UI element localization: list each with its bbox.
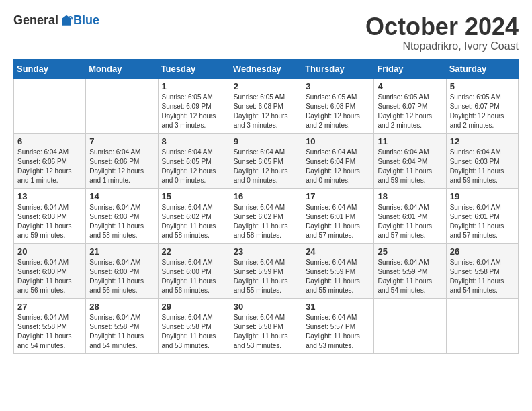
day-number: 20 [17, 246, 82, 257]
calendar-day-cell: 18Sunrise: 6:04 AM Sunset: 6:01 PM Dayli… [374, 188, 446, 243]
logo-general-text: General [13, 13, 58, 28]
day-number: 15 [162, 191, 226, 201]
day-info: Sunrise: 6:04 AM Sunset: 6:06 PM Dayligh… [89, 148, 154, 185]
calendar-day-cell: 17Sunrise: 6:04 AM Sunset: 6:01 PM Dayli… [302, 188, 374, 243]
day-info: Sunrise: 6:04 AM Sunset: 5:59 PM Dayligh… [306, 258, 370, 295]
day-info: Sunrise: 6:04 AM Sunset: 5:58 PM Dayligh… [17, 313, 82, 351]
day-info: Sunrise: 6:04 AM Sunset: 5:58 PM Dayligh… [234, 313, 298, 351]
calendar-table: SundayMondayTuesdayWednesdayThursdayFrid… [13, 59, 519, 354]
calendar-week-row: 13Sunrise: 6:04 AM Sunset: 6:03 PM Dayli… [14, 188, 519, 243]
day-info: Sunrise: 6:04 AM Sunset: 6:00 PM Dayligh… [162, 258, 226, 295]
day-number: 12 [450, 136, 515, 146]
calendar-day-cell: 16Sunrise: 6:04 AM Sunset: 6:02 PM Dayli… [230, 188, 302, 243]
weekday-header: Friday [374, 59, 446, 78]
day-number: 13 [17, 191, 82, 201]
calendar-week-row: 6Sunrise: 6:04 AM Sunset: 6:06 PM Daylig… [14, 133, 519, 188]
calendar-day-cell: 6Sunrise: 6:04 AM Sunset: 6:06 PM Daylig… [14, 133, 86, 188]
logo-icon [60, 14, 73, 28]
day-number: 26 [450, 246, 515, 257]
calendar-day-cell: 22Sunrise: 6:04 AM Sunset: 6:00 PM Dayli… [158, 243, 230, 298]
day-number: 11 [378, 136, 442, 146]
day-info: Sunrise: 6:04 AM Sunset: 6:01 PM Dayligh… [378, 203, 442, 240]
calendar-day-cell: 1Sunrise: 6:05 AM Sunset: 6:09 PM Daylig… [158, 78, 230, 133]
day-number: 24 [306, 246, 370, 257]
calendar-day-cell: 3Sunrise: 6:05 AM Sunset: 6:08 PM Daylig… [302, 78, 374, 133]
title-block: October 2024 Ntopadrikro, Ivory Coast [365, 13, 519, 52]
weekday-header: Tuesday [158, 59, 230, 78]
day-number: 6 [17, 136, 82, 146]
day-number: 29 [162, 302, 226, 312]
calendar-day-cell [446, 298, 518, 353]
calendar-week-row: 27Sunrise: 6:04 AM Sunset: 5:58 PM Dayli… [14, 298, 519, 353]
calendar-day-cell [374, 298, 446, 353]
calendar-day-cell [86, 78, 158, 133]
calendar-day-cell: 21Sunrise: 6:04 AM Sunset: 6:00 PM Dayli… [86, 243, 158, 298]
day-number: 8 [162, 136, 226, 146]
calendar-day-cell: 14Sunrise: 6:04 AM Sunset: 6:03 PM Dayli… [86, 188, 158, 243]
day-info: Sunrise: 6:05 AM Sunset: 6:07 PM Dayligh… [450, 93, 515, 130]
day-info: Sunrise: 6:04 AM Sunset: 6:04 PM Dayligh… [378, 148, 442, 185]
day-number: 1 [162, 81, 226, 91]
day-info: Sunrise: 6:04 AM Sunset: 5:58 PM Dayligh… [450, 258, 515, 295]
day-info: Sunrise: 6:04 AM Sunset: 6:01 PM Dayligh… [450, 203, 515, 240]
calendar-header-row: SundayMondayTuesdayWednesdayThursdayFrid… [14, 59, 519, 78]
calendar-day-cell: 11Sunrise: 6:04 AM Sunset: 6:04 PM Dayli… [374, 133, 446, 188]
day-number: 21 [89, 246, 154, 257]
day-number: 30 [234, 302, 298, 312]
day-number: 27 [17, 302, 82, 312]
day-info: Sunrise: 6:05 AM Sunset: 6:07 PM Dayligh… [378, 93, 442, 130]
day-info: Sunrise: 6:04 AM Sunset: 6:00 PM Dayligh… [17, 258, 82, 295]
day-info: Sunrise: 6:04 AM Sunset: 5:59 PM Dayligh… [234, 258, 298, 295]
calendar-day-cell [14, 78, 86, 133]
calendar-week-row: 1Sunrise: 6:05 AM Sunset: 6:09 PM Daylig… [14, 78, 519, 133]
day-info: Sunrise: 6:04 AM Sunset: 5:57 PM Dayligh… [306, 313, 370, 351]
day-number: 7 [89, 136, 154, 146]
calendar-day-cell: 24Sunrise: 6:04 AM Sunset: 5:59 PM Dayli… [302, 243, 374, 298]
day-number: 14 [89, 191, 154, 201]
calendar-day-cell: 27Sunrise: 6:04 AM Sunset: 5:58 PM Dayli… [14, 298, 86, 353]
calendar-day-cell: 26Sunrise: 6:04 AM Sunset: 5:58 PM Dayli… [446, 243, 518, 298]
calendar-day-cell: 8Sunrise: 6:04 AM Sunset: 6:05 PM Daylig… [158, 133, 230, 188]
day-info: Sunrise: 6:04 AM Sunset: 5:59 PM Dayligh… [378, 258, 442, 295]
day-info: Sunrise: 6:04 AM Sunset: 6:03 PM Dayligh… [89, 203, 154, 240]
day-info: Sunrise: 6:05 AM Sunset: 6:09 PM Dayligh… [162, 93, 226, 130]
calendar-day-cell: 15Sunrise: 6:04 AM Sunset: 6:02 PM Dayli… [158, 188, 230, 243]
day-info: Sunrise: 6:04 AM Sunset: 6:00 PM Dayligh… [89, 258, 154, 295]
weekday-header: Thursday [302, 59, 374, 78]
weekday-header: Saturday [446, 59, 518, 78]
weekday-header: Wednesday [230, 59, 302, 78]
day-info: Sunrise: 6:05 AM Sunset: 6:08 PM Dayligh… [234, 93, 298, 130]
calendar-day-cell: 13Sunrise: 6:04 AM Sunset: 6:03 PM Dayli… [14, 188, 86, 243]
day-info: Sunrise: 6:04 AM Sunset: 6:06 PM Dayligh… [17, 148, 82, 185]
day-info: Sunrise: 6:04 AM Sunset: 6:03 PM Dayligh… [17, 203, 82, 240]
day-number: 22 [162, 246, 226, 257]
calendar-day-cell: 10Sunrise: 6:04 AM Sunset: 6:04 PM Dayli… [302, 133, 374, 188]
page-header: General Blue October 2024 Ntopadrikro, I… [13, 13, 519, 52]
day-info: Sunrise: 6:04 AM Sunset: 6:01 PM Dayligh… [306, 203, 370, 240]
logo: General Blue [13, 13, 99, 28]
calendar-day-cell: 9Sunrise: 6:04 AM Sunset: 6:05 PM Daylig… [230, 133, 302, 188]
calendar-day-cell: 4Sunrise: 6:05 AM Sunset: 6:07 PM Daylig… [374, 78, 446, 133]
day-number: 9 [234, 136, 298, 146]
calendar-week-row: 20Sunrise: 6:04 AM Sunset: 6:00 PM Dayli… [14, 243, 519, 298]
calendar-day-cell: 28Sunrise: 6:04 AM Sunset: 5:58 PM Dayli… [86, 298, 158, 353]
month-title: October 2024 [365, 13, 519, 40]
calendar-day-cell: 7Sunrise: 6:04 AM Sunset: 6:06 PM Daylig… [86, 133, 158, 188]
weekday-header: Sunday [14, 59, 86, 78]
day-info: Sunrise: 6:04 AM Sunset: 6:02 PM Dayligh… [162, 203, 226, 240]
day-info: Sunrise: 6:04 AM Sunset: 6:04 PM Dayligh… [306, 148, 370, 185]
logo-blue-text: Blue [73, 13, 99, 28]
day-number: 28 [89, 302, 154, 312]
day-info: Sunrise: 6:04 AM Sunset: 6:02 PM Dayligh… [234, 203, 298, 240]
day-info: Sunrise: 6:04 AM Sunset: 5:58 PM Dayligh… [162, 313, 226, 351]
calendar-day-cell: 20Sunrise: 6:04 AM Sunset: 6:00 PM Dayli… [14, 243, 86, 298]
day-info: Sunrise: 6:04 AM Sunset: 6:03 PM Dayligh… [450, 148, 515, 185]
day-number: 31 [306, 302, 370, 312]
day-number: 2 [234, 81, 298, 91]
day-info: Sunrise: 6:04 AM Sunset: 5:58 PM Dayligh… [89, 313, 154, 351]
day-number: 5 [450, 81, 515, 91]
calendar-day-cell: 12Sunrise: 6:04 AM Sunset: 6:03 PM Dayli… [446, 133, 518, 188]
day-number: 16 [234, 191, 298, 201]
calendar-day-cell: 2Sunrise: 6:05 AM Sunset: 6:08 PM Daylig… [230, 78, 302, 133]
calendar-day-cell: 29Sunrise: 6:04 AM Sunset: 5:58 PM Dayli… [158, 298, 230, 353]
